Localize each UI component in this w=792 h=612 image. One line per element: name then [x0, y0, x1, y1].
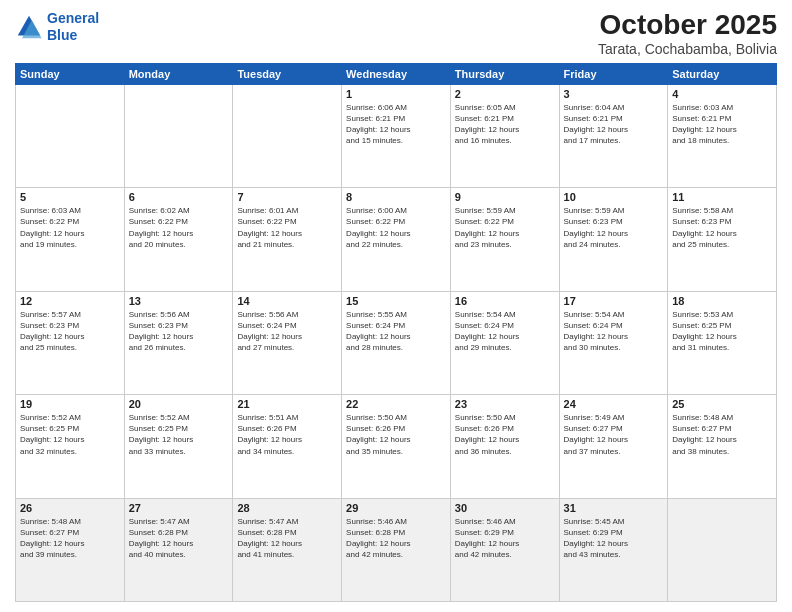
calendar-week-row: 5Sunrise: 6:03 AM Sunset: 6:22 PM Daylig…	[16, 188, 777, 291]
weekday-header-tuesday: Tuesday	[233, 63, 342, 84]
calendar-cell: 30Sunrise: 5:46 AM Sunset: 6:29 PM Dayli…	[450, 498, 559, 601]
day-info: Sunrise: 5:47 AM Sunset: 6:28 PM Dayligh…	[237, 516, 337, 561]
calendar-cell	[233, 84, 342, 187]
logo-line2: Blue	[47, 27, 77, 43]
day-info: Sunrise: 5:52 AM Sunset: 6:25 PM Dayligh…	[20, 412, 120, 457]
title-block: October 2025 Tarata, Cochabamba, Bolivia	[598, 10, 777, 57]
day-info: Sunrise: 5:45 AM Sunset: 6:29 PM Dayligh…	[564, 516, 664, 561]
day-number: 11	[672, 191, 772, 203]
calendar-cell: 17Sunrise: 5:54 AM Sunset: 6:24 PM Dayli…	[559, 291, 668, 394]
calendar-cell: 11Sunrise: 5:58 AM Sunset: 6:23 PM Dayli…	[668, 188, 777, 291]
day-number: 20	[129, 398, 229, 410]
calendar-week-row: 19Sunrise: 5:52 AM Sunset: 6:25 PM Dayli…	[16, 395, 777, 498]
calendar-cell	[668, 498, 777, 601]
day-number: 22	[346, 398, 446, 410]
day-info: Sunrise: 6:06 AM Sunset: 6:21 PM Dayligh…	[346, 102, 446, 147]
calendar-cell: 21Sunrise: 5:51 AM Sunset: 6:26 PM Dayli…	[233, 395, 342, 498]
logo: General Blue	[15, 10, 99, 44]
page: General Blue October 2025 Tarata, Cochab…	[0, 0, 792, 612]
calendar-cell: 18Sunrise: 5:53 AM Sunset: 6:25 PM Dayli…	[668, 291, 777, 394]
day-info: Sunrise: 6:03 AM Sunset: 6:22 PM Dayligh…	[20, 205, 120, 250]
day-info: Sunrise: 5:59 AM Sunset: 6:23 PM Dayligh…	[564, 205, 664, 250]
calendar-week-row: 1Sunrise: 6:06 AM Sunset: 6:21 PM Daylig…	[16, 84, 777, 187]
calendar-cell: 12Sunrise: 5:57 AM Sunset: 6:23 PM Dayli…	[16, 291, 125, 394]
day-number: 18	[672, 295, 772, 307]
day-info: Sunrise: 5:59 AM Sunset: 6:22 PM Dayligh…	[455, 205, 555, 250]
day-info: Sunrise: 5:56 AM Sunset: 6:24 PM Dayligh…	[237, 309, 337, 354]
weekday-header-sunday: Sunday	[16, 63, 125, 84]
calendar-cell: 3Sunrise: 6:04 AM Sunset: 6:21 PM Daylig…	[559, 84, 668, 187]
day-info: Sunrise: 5:48 AM Sunset: 6:27 PM Dayligh…	[672, 412, 772, 457]
day-number: 31	[564, 502, 664, 514]
day-info: Sunrise: 6:02 AM Sunset: 6:22 PM Dayligh…	[129, 205, 229, 250]
calendar-cell	[16, 84, 125, 187]
weekday-header-saturday: Saturday	[668, 63, 777, 84]
day-info: Sunrise: 5:46 AM Sunset: 6:29 PM Dayligh…	[455, 516, 555, 561]
day-number: 25	[672, 398, 772, 410]
day-info: Sunrise: 6:05 AM Sunset: 6:21 PM Dayligh…	[455, 102, 555, 147]
calendar-cell: 1Sunrise: 6:06 AM Sunset: 6:21 PM Daylig…	[342, 84, 451, 187]
calendar-cell: 19Sunrise: 5:52 AM Sunset: 6:25 PM Dayli…	[16, 395, 125, 498]
calendar-cell: 10Sunrise: 5:59 AM Sunset: 6:23 PM Dayli…	[559, 188, 668, 291]
day-number: 2	[455, 88, 555, 100]
day-number: 29	[346, 502, 446, 514]
day-number: 17	[564, 295, 664, 307]
calendar-table: SundayMondayTuesdayWednesdayThursdayFrid…	[15, 63, 777, 602]
day-info: Sunrise: 5:46 AM Sunset: 6:28 PM Dayligh…	[346, 516, 446, 561]
day-number: 10	[564, 191, 664, 203]
day-info: Sunrise: 6:04 AM Sunset: 6:21 PM Dayligh…	[564, 102, 664, 147]
calendar-cell: 7Sunrise: 6:01 AM Sunset: 6:22 PM Daylig…	[233, 188, 342, 291]
calendar-cell: 16Sunrise: 5:54 AM Sunset: 6:24 PM Dayli…	[450, 291, 559, 394]
calendar-cell: 8Sunrise: 6:00 AM Sunset: 6:22 PM Daylig…	[342, 188, 451, 291]
day-info: Sunrise: 5:50 AM Sunset: 6:26 PM Dayligh…	[455, 412, 555, 457]
day-info: Sunrise: 5:54 AM Sunset: 6:24 PM Dayligh…	[564, 309, 664, 354]
calendar-week-row: 12Sunrise: 5:57 AM Sunset: 6:23 PM Dayli…	[16, 291, 777, 394]
calendar-cell: 25Sunrise: 5:48 AM Sunset: 6:27 PM Dayli…	[668, 395, 777, 498]
day-number: 5	[20, 191, 120, 203]
day-number: 9	[455, 191, 555, 203]
weekday-header-thursday: Thursday	[450, 63, 559, 84]
day-number: 28	[237, 502, 337, 514]
calendar-cell: 4Sunrise: 6:03 AM Sunset: 6:21 PM Daylig…	[668, 84, 777, 187]
day-number: 8	[346, 191, 446, 203]
day-number: 4	[672, 88, 772, 100]
day-number: 19	[20, 398, 120, 410]
calendar-cell	[124, 84, 233, 187]
day-info: Sunrise: 6:01 AM Sunset: 6:22 PM Dayligh…	[237, 205, 337, 250]
day-number: 13	[129, 295, 229, 307]
day-number: 26	[20, 502, 120, 514]
calendar-cell: 9Sunrise: 5:59 AM Sunset: 6:22 PM Daylig…	[450, 188, 559, 291]
day-number: 12	[20, 295, 120, 307]
calendar-cell: 13Sunrise: 5:56 AM Sunset: 6:23 PM Dayli…	[124, 291, 233, 394]
day-number: 14	[237, 295, 337, 307]
calendar-cell: 20Sunrise: 5:52 AM Sunset: 6:25 PM Dayli…	[124, 395, 233, 498]
day-info: Sunrise: 5:50 AM Sunset: 6:26 PM Dayligh…	[346, 412, 446, 457]
day-info: Sunrise: 5:53 AM Sunset: 6:25 PM Dayligh…	[672, 309, 772, 354]
day-number: 24	[564, 398, 664, 410]
logo-line1: General	[47, 10, 99, 26]
day-info: Sunrise: 5:57 AM Sunset: 6:23 PM Dayligh…	[20, 309, 120, 354]
day-number: 1	[346, 88, 446, 100]
calendar-cell: 24Sunrise: 5:49 AM Sunset: 6:27 PM Dayli…	[559, 395, 668, 498]
day-info: Sunrise: 5:52 AM Sunset: 6:25 PM Dayligh…	[129, 412, 229, 457]
day-number: 15	[346, 295, 446, 307]
weekday-header-friday: Friday	[559, 63, 668, 84]
day-info: Sunrise: 5:58 AM Sunset: 6:23 PM Dayligh…	[672, 205, 772, 250]
calendar-cell: 14Sunrise: 5:56 AM Sunset: 6:24 PM Dayli…	[233, 291, 342, 394]
location-title: Tarata, Cochabamba, Bolivia	[598, 41, 777, 57]
calendar-cell: 2Sunrise: 6:05 AM Sunset: 6:21 PM Daylig…	[450, 84, 559, 187]
day-info: Sunrise: 6:03 AM Sunset: 6:21 PM Dayligh…	[672, 102, 772, 147]
calendar-cell: 27Sunrise: 5:47 AM Sunset: 6:28 PM Dayli…	[124, 498, 233, 601]
calendar-header-row: SundayMondayTuesdayWednesdayThursdayFrid…	[16, 63, 777, 84]
calendar-cell: 26Sunrise: 5:48 AM Sunset: 6:27 PM Dayli…	[16, 498, 125, 601]
day-number: 6	[129, 191, 229, 203]
calendar-week-row: 26Sunrise: 5:48 AM Sunset: 6:27 PM Dayli…	[16, 498, 777, 601]
logo-icon	[15, 13, 43, 41]
day-info: Sunrise: 5:56 AM Sunset: 6:23 PM Dayligh…	[129, 309, 229, 354]
calendar-cell: 28Sunrise: 5:47 AM Sunset: 6:28 PM Dayli…	[233, 498, 342, 601]
day-info: Sunrise: 6:00 AM Sunset: 6:22 PM Dayligh…	[346, 205, 446, 250]
day-info: Sunrise: 5:48 AM Sunset: 6:27 PM Dayligh…	[20, 516, 120, 561]
header: General Blue October 2025 Tarata, Cochab…	[15, 10, 777, 57]
month-title: October 2025	[598, 10, 777, 41]
day-info: Sunrise: 5:55 AM Sunset: 6:24 PM Dayligh…	[346, 309, 446, 354]
